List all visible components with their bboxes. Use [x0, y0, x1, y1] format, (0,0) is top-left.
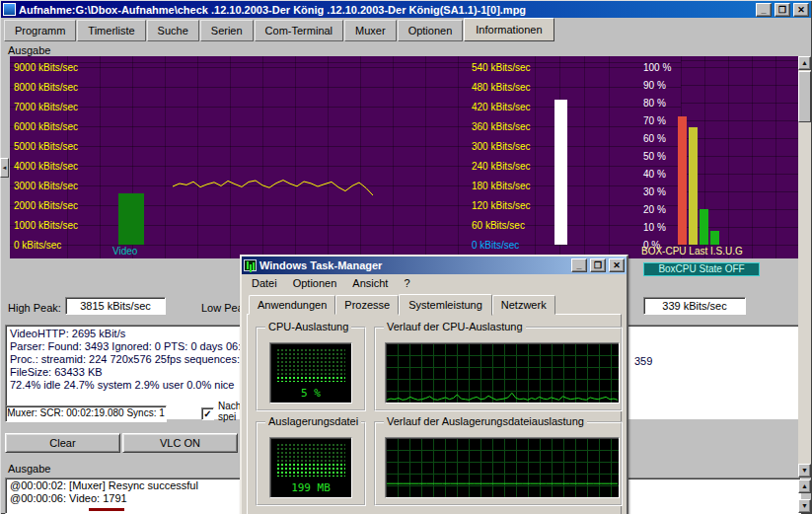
y-tick: 300 kBits/sec: [472, 141, 530, 152]
tm-window-title: Windows Task-Manager: [259, 259, 568, 271]
y-tick: 0 kBits/sec: [472, 240, 519, 251]
y-tick: 10 %: [643, 222, 666, 233]
y-tick: 240 kBits/sec: [472, 161, 530, 172]
menu-item-optionen[interactable]: Optionen: [398, 20, 464, 41]
menu-item-programm[interactable]: Programm: [4, 20, 76, 41]
log-red-mark: [89, 508, 124, 511]
muxer-scr-value: Muxer: SCR: 00:02:19.080 Syncs: 1: [5, 405, 167, 422]
close-icon[interactable]: ✕: [793, 3, 809, 17]
chart-scroll-left-icon[interactable]: ◄: [0, 158, 9, 178]
y-tick: 8000 kBits/sec: [14, 82, 78, 93]
y-tick: 70 %: [643, 115, 666, 126]
main-scrollbar-thumb[interactable]: [798, 71, 811, 122]
tm-menu-datei[interactable]: Datei: [244, 275, 285, 291]
y-tick: 60 %: [643, 133, 666, 144]
menu-bar: ProgrammTimerlisteSucheSerienCom-Termina…: [2, 19, 798, 41]
log-scroll-up-icon[interactable]: ▲: [798, 479, 811, 493]
tm-menu-help[interactable]: ?: [396, 275, 417, 291]
tm-tab-systemleistung[interactable]: Systemleistung: [399, 294, 492, 316]
y-tick: 3000 kBits/sec: [14, 181, 78, 191]
boxcpu-load-axis: 100 %90 %80 %70 %60 %50 %40 %30 %20 %10 …: [643, 56, 681, 258]
y-tick: 20 %: [643, 204, 666, 215]
y-tick: 2000 kBits/sec: [14, 200, 78, 211]
tm-tab-prozesse[interactable]: Prozesse: [335, 295, 399, 315]
tm-menu-optionen[interactable]: Optionen: [285, 275, 345, 291]
y-tick: 9000 kBits/sec: [14, 62, 78, 73]
pagefile-meter: 199 MB: [269, 437, 352, 498]
pagefile-group: Auslagerungsdatei 199 MB: [256, 421, 366, 506]
tm-minimize-icon[interactable]: _: [571, 258, 587, 272]
chart-bar-I: [678, 116, 687, 245]
high-peak-value: 3815 kBits/sec: [65, 297, 166, 315]
y-tick: 120 kBits/sec: [472, 200, 530, 211]
y-tick: 60 kBits/sec: [472, 220, 525, 231]
tm-maximize-icon[interactable]: ❐: [590, 258, 606, 272]
scroll-up-icon[interactable]: ▲: [798, 56, 811, 70]
menu-item-suche[interactable]: Suche: [147, 20, 199, 41]
maximize-icon[interactable]: ❐: [775, 3, 790, 17]
boxcpu-chart-label: BOX-CPU Last I.S.U.G: [641, 246, 743, 257]
save-after-checkbox[interactable]: ✓: [201, 407, 214, 420]
checkbox-label-line1: Nach: [218, 401, 241, 411]
cpu-meter-lit: [276, 376, 345, 382]
tm-menu-bar: DateiOptionenAnsicht?: [242, 274, 627, 291]
cpu-history-graph: [385, 342, 620, 404]
y-tick: 540 kBits/sec: [472, 62, 530, 73]
boxcpu-state-button[interactable]: BoxCPU State OFF: [643, 262, 760, 276]
tm-tab-netzwerk[interactable]: Netzwerk: [492, 295, 555, 315]
chart-bar-G: [710, 231, 719, 245]
cpu-usage-value: 5 %: [270, 387, 351, 400]
pagefile-history-group-label: Verlauf der Auslagerungsdateiauslastung: [384, 415, 587, 427]
cpu-history-group: Verlauf der CPU-Auslastung: [374, 327, 623, 411]
window-title: Aufnahme:G:\Dbox-Aufnahme\check .12.10.2…: [19, 4, 753, 16]
y-tick: 100 %: [643, 62, 671, 73]
video-bitrate-axis: 9000 kBits/sec8000 kBits/sec7000 kBits/s…: [14, 56, 67, 258]
pagefile-history-group: Verlauf der Auslagerungsdateiauslastung: [374, 421, 623, 506]
tm-close-icon[interactable]: ✕: [609, 258, 625, 272]
title-bar[interactable]: Aufnahme:G:\Dbox-Aufnahme\check .12.10.2…: [1, 1, 811, 18]
menu-item-informationen[interactable]: Informationen: [464, 18, 554, 41]
current-rate-value: 339 kBits/sec: [643, 297, 746, 315]
vlc-on-button[interactable]: VLC ON: [122, 433, 238, 453]
tm-title-bar[interactable]: Windows Task-Manager _ ❐ ✕: [242, 257, 627, 274]
checkbox-label-line2: spei: [218, 411, 236, 422]
menu-item-timerliste[interactable]: Timerliste: [77, 20, 145, 41]
info-fragment: 359: [634, 355, 652, 368]
y-tick: 4000 kBits/sec: [14, 161, 78, 172]
y-tick: 180 kBits/sec: [472, 181, 530, 191]
check-icon: ✓: [203, 408, 211, 419]
task-manager-window[interactable]: Windows Task-Manager _ ❐ ✕ DateiOptionen…: [240, 255, 628, 514]
cpu-history-group-label: Verlauf der CPU-Auslastung: [384, 321, 526, 332]
cpu-usage-group-label: CPU-Auslastung: [265, 321, 351, 332]
video-bar-label: Video: [112, 246, 137, 257]
chart-bar-Audio: [554, 100, 567, 245]
y-tick: 90 %: [643, 80, 666, 91]
menu-item-muxer[interactable]: Muxer: [344, 20, 397, 41]
y-tick: 360 kBits/sec: [472, 121, 530, 132]
scroll-down-icon[interactable]: ▼: [798, 464, 811, 477]
y-tick: 80 %: [643, 98, 666, 109]
high-peak-label: High Peak:: [8, 302, 61, 314]
chart-bar-Video: [118, 193, 144, 245]
minimize-icon[interactable]: _: [756, 3, 772, 17]
ausgabe-label-top: Ausgabe: [8, 44, 50, 56]
y-tick: 420 kBits/sec: [472, 102, 530, 112]
y-tick: 0 kBits/sec: [14, 240, 61, 251]
clear-button[interactable]: Clear: [5, 433, 120, 453]
tm-tab-strip: AnwendungenProzesseSystemleistungNetzwer…: [249, 293, 623, 315]
audio-bitrate-axis: 540 kBits/sec480 kBits/sec420 kBits/sec3…: [472, 56, 533, 258]
chart-bar-U: [700, 209, 708, 245]
boxcpu-load-grid: [681, 56, 798, 258]
y-tick: 7000 kBits/sec: [14, 102, 78, 112]
y-tick: 40 %: [643, 169, 666, 180]
tm-tab-anwendungen[interactable]: Anwendungen: [249, 295, 335, 315]
tm-menu-ansicht[interactable]: Ansicht: [344, 275, 396, 291]
menu-item-serien[interactable]: Serien: [200, 20, 254, 41]
y-tick: 6000 kBits/sec: [14, 121, 78, 132]
cpu-usage-group: CPU-Auslastung 5 %: [256, 327, 366, 411]
app-icon: [3, 3, 16, 16]
task-manager-icon: [244, 259, 257, 271]
ausgabe-label-bottom: Ausgabe: [8, 463, 50, 475]
log-scroll-down-icon[interactable]: ▼: [798, 499, 811, 513]
menu-item-com-terminal[interactable]: Com-Terminal: [255, 20, 343, 41]
